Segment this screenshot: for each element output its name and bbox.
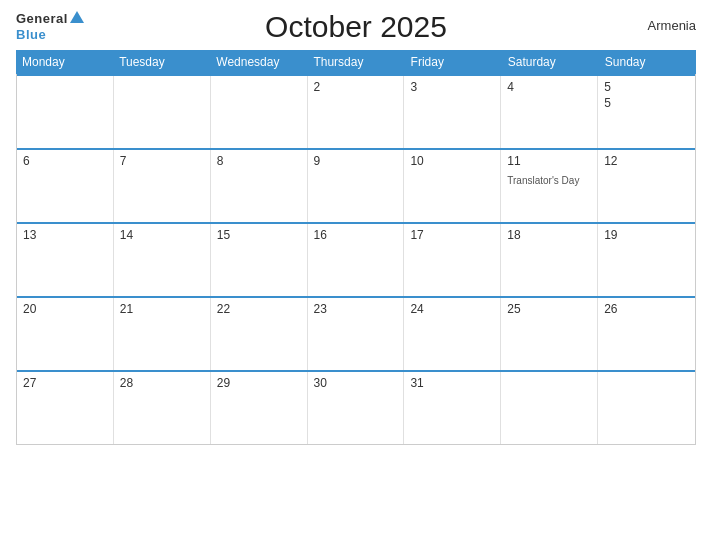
cell-date: 26 — [604, 302, 689, 316]
calendar-grid: 2 3 4 5 5 6 7 8 9 — [16, 74, 696, 445]
cell-date: 7 — [120, 154, 204, 168]
cell-date: 29 — [217, 376, 301, 390]
day-tuesday: Tuesday — [113, 50, 210, 74]
cell-date: 6 — [23, 154, 107, 168]
cell-date: 27 — [23, 376, 107, 390]
cell-date: 2 — [314, 80, 398, 94]
calendar-cell: 4 — [501, 76, 598, 148]
cell-date: 18 — [507, 228, 591, 242]
calendar-cell: 15 — [211, 224, 308, 296]
cell-date: 22 — [217, 302, 301, 316]
cell-date: 9 — [314, 154, 398, 168]
day-monday: Monday — [16, 50, 113, 74]
day-sunday: Sunday — [599, 50, 696, 74]
calendar-cell: 30 — [308, 372, 405, 444]
cell-date: 11 — [507, 154, 591, 168]
cell-date: 12 — [604, 154, 689, 168]
calendar-cell: 19 — [598, 224, 695, 296]
cell-date: 23 — [314, 302, 398, 316]
calendar-cell: 20 — [17, 298, 114, 370]
calendar-row: 27 28 29 30 31 — [17, 370, 695, 444]
cell-date: 25 — [507, 302, 591, 316]
calendar-row: 2 3 4 5 5 — [17, 74, 695, 148]
cell-date: 31 — [410, 376, 494, 390]
calendar-cell: 7 — [114, 150, 211, 222]
cell-date: 17 — [410, 228, 494, 242]
calendar-cell: 23 — [308, 298, 405, 370]
calendar-cell: 21 — [114, 298, 211, 370]
days-header: Monday Tuesday Wednesday Thursday Friday… — [16, 50, 696, 74]
calendar-container: General Blue October 2025 Armenia Monday… — [0, 0, 712, 550]
calendar-cell: 6 — [17, 150, 114, 222]
calendar-cell: 14 — [114, 224, 211, 296]
calendar-cell: 29 — [211, 372, 308, 444]
calendar-cell: 11 Translator's Day — [501, 150, 598, 222]
cell-date: 10 — [410, 154, 494, 168]
cell-date: 14 — [120, 228, 204, 242]
calendar-cell: 9 — [308, 150, 405, 222]
calendar-cell: 10 — [404, 150, 501, 222]
calendar-cell: 31 — [404, 372, 501, 444]
calendar-cell — [501, 372, 598, 444]
cell-date: 19 — [604, 228, 689, 242]
calendar-cell — [211, 76, 308, 148]
logo-general-line: General — [16, 10, 84, 26]
calendar-cell: 17 — [404, 224, 501, 296]
calendar-cell — [114, 76, 211, 148]
calendar-cell: 28 — [114, 372, 211, 444]
cell-date: 24 — [410, 302, 494, 316]
calendar-cell: 25 — [501, 298, 598, 370]
day-saturday: Saturday — [502, 50, 599, 74]
day-friday: Friday — [405, 50, 502, 74]
calendar-cell: 2 — [308, 76, 405, 148]
calendar-cell: 16 — [308, 224, 405, 296]
cell-date: 4 — [507, 80, 591, 94]
calendar-cell — [17, 76, 114, 148]
calendar-cell — [598, 372, 695, 444]
cell-date: 13 — [23, 228, 107, 242]
logo-triangle-icon — [70, 11, 84, 23]
cell-date: 3 — [410, 80, 494, 94]
logo: General Blue — [16, 10, 84, 42]
calendar-row: 13 14 15 16 17 18 19 — [17, 222, 695, 296]
cell-date: 5 — [604, 96, 689, 110]
cell-date: 20 — [23, 302, 107, 316]
calendar-cell: 5 5 — [598, 76, 695, 148]
calendar-cell: 13 — [17, 224, 114, 296]
calendar-cell: 27 — [17, 372, 114, 444]
cell-date: 30 — [314, 376, 398, 390]
day-thursday: Thursday — [307, 50, 404, 74]
calendar-cell: 18 — [501, 224, 598, 296]
cell-date: 8 — [217, 154, 301, 168]
cell-event: Translator's Day — [507, 175, 579, 186]
calendar-row: 20 21 22 23 24 25 26 — [17, 296, 695, 370]
calendar-cell: 3 — [404, 76, 501, 148]
cell-date: 5 — [604, 80, 689, 94]
logo-blue-text: Blue — [16, 27, 46, 42]
calendar-cell: 12 — [598, 150, 695, 222]
calendar-row: 6 7 8 9 10 11 Translator's Day 12 — [17, 148, 695, 222]
calendar-cell: 22 — [211, 298, 308, 370]
day-wednesday: Wednesday — [210, 50, 307, 74]
cell-date: 16 — [314, 228, 398, 242]
calendar-cell: 26 — [598, 298, 695, 370]
cell-date: 28 — [120, 376, 204, 390]
cell-date: 15 — [217, 228, 301, 242]
logo-blue-line: Blue — [16, 26, 46, 42]
cell-date: 21 — [120, 302, 204, 316]
month-title: October 2025 — [265, 10, 447, 44]
country-label: Armenia — [648, 18, 696, 33]
calendar-header: General Blue October 2025 Armenia — [16, 10, 696, 44]
calendar-cell: 24 — [404, 298, 501, 370]
logo-general-text: General — [16, 11, 68, 26]
calendar-cell: 8 — [211, 150, 308, 222]
